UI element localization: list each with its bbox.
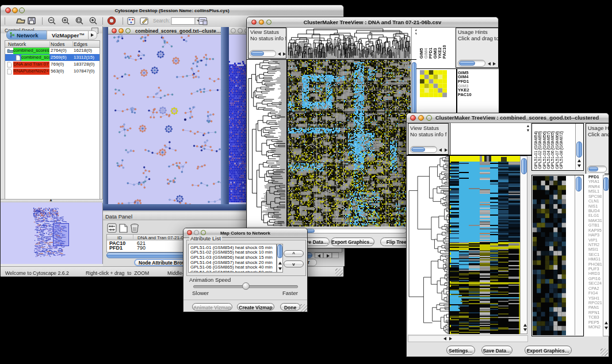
svg-text:Search:: Search: <box>153 18 170 24</box>
